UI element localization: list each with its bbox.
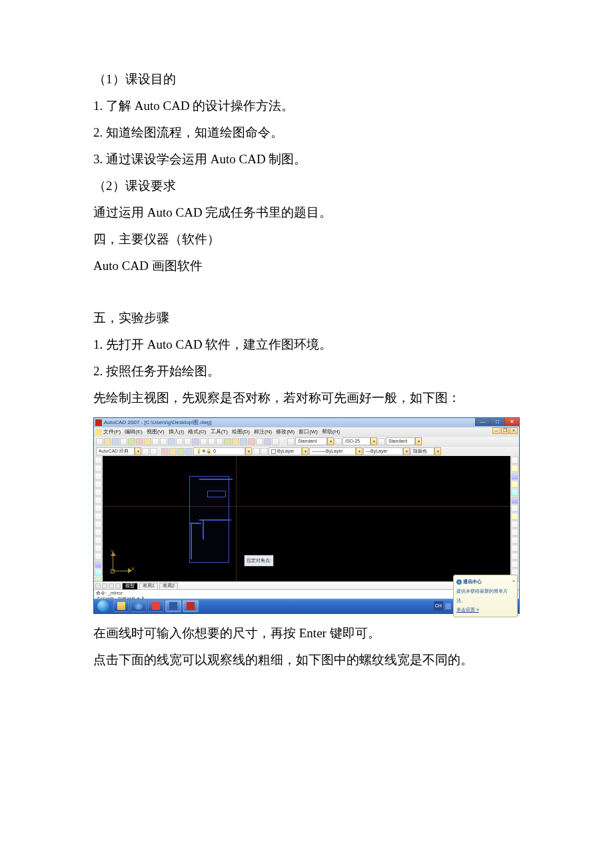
menu-insert[interactable]: 插入(I) <box>169 427 185 437</box>
plot-preview-icon[interactable] <box>128 438 135 445</box>
tab-last-icon[interactable] <box>115 583 121 589</box>
dropdown-arrow-icon[interactable]: ▾ <box>370 437 377 445</box>
trim-icon[interactable] <box>511 529 518 536</box>
revcloud-icon[interactable] <box>95 513 102 520</box>
hatch-icon[interactable] <box>95 569 102 576</box>
drawing-canvas[interactable]: 指定对角点: Y X <box>103 456 510 581</box>
menu-modify[interactable]: 修改(M) <box>276 427 295 437</box>
dropdown-arrow-icon[interactable]: ▾ <box>245 447 252 455</box>
color-icon[interactable] <box>261 448 268 455</box>
undo-icon[interactable] <box>176 438 183 445</box>
mdi-close[interactable]: × <box>510 427 518 434</box>
zoom-prev-icon[interactable] <box>216 438 223 445</box>
menu-edit[interactable]: 编辑(E) <box>125 427 143 437</box>
move-icon[interactable] <box>511 497 518 504</box>
pan-icon[interactable] <box>192 438 199 445</box>
tab-first-icon[interactable] <box>95 583 101 589</box>
layer-prev-icon[interactable] <box>185 448 193 455</box>
extend-icon[interactable] <box>511 537 518 544</box>
notification-close-icon[interactable]: × <box>512 577 515 586</box>
start-button[interactable] <box>94 599 113 613</box>
taskbar-word[interactable] <box>165 600 181 612</box>
copy-obj-icon[interactable] <box>511 465 518 472</box>
dropdown-arrow-icon[interactable]: ▾ <box>434 447 441 455</box>
notification-link[interactable]: 单击设置 » <box>456 605 514 615</box>
layer-prop-icon[interactable] <box>150 448 157 455</box>
layer-iso-icon[interactable] <box>177 448 185 455</box>
save-icon[interactable] <box>112 438 119 445</box>
break-icon[interactable] <box>511 553 518 560</box>
tab-prev-icon[interactable] <box>102 583 107 589</box>
menu-file[interactable]: 文件(F) <box>103 427 121 437</box>
mirror-icon[interactable] <box>511 473 518 480</box>
help-icon[interactable] <box>272 438 279 445</box>
zoom-rt-icon[interactable] <box>200 438 207 445</box>
scale-icon[interactable] <box>511 513 518 520</box>
copy-icon[interactable] <box>152 438 159 445</box>
mdi-restore[interactable]: ❐ <box>501 427 509 434</box>
menu-view[interactable]: 视图(V) <box>147 427 165 437</box>
taskbar-qq[interactable] <box>148 600 164 612</box>
join-icon[interactable] <box>511 561 518 568</box>
match-prop-icon[interactable] <box>168 438 175 445</box>
dropdown-arrow-icon[interactable]: ▾ <box>415 437 422 445</box>
arc-icon[interactable] <box>95 497 102 504</box>
cut-icon[interactable] <box>144 438 151 445</box>
point-icon[interactable] <box>95 561 102 568</box>
dcenter-icon[interactable] <box>232 438 239 445</box>
tab-layout2[interactable]: 布局2 <box>159 583 178 589</box>
dropdown-arrow-icon[interactable]: ▾ <box>403 447 410 455</box>
tray-flag-icon[interactable] <box>445 603 451 609</box>
menu-format[interactable]: 格式(O) <box>188 427 207 437</box>
tablestyle-icon[interactable] <box>378 438 385 445</box>
linetype-dropdown[interactable]: ——— ByLayer <box>309 447 356 455</box>
language-indicator[interactable]: CH <box>434 601 443 611</box>
dimstyle-dropdown[interactable]: ISO-25 <box>342 437 370 445</box>
tablestyle-dropdown[interactable]: Standard <box>386 437 415 445</box>
textstyle-icon[interactable] <box>287 438 295 445</box>
menu-draw[interactable]: 绘图(D) <box>232 427 250 437</box>
spline-icon[interactable] <box>95 521 102 528</box>
workspace-settings-icon[interactable] <box>142 448 149 455</box>
ellipse-icon[interactable] <box>95 529 102 536</box>
layer-state-icon[interactable] <box>169 448 177 455</box>
stretch-icon[interactable] <box>511 521 518 528</box>
offset-icon[interactable] <box>511 481 518 488</box>
sheetset-icon[interactable] <box>248 438 255 445</box>
dimstyle-icon[interactable] <box>334 438 342 445</box>
dropdown-arrow-icon[interactable]: ▾ <box>356 447 362 455</box>
redo-icon[interactable] <box>184 438 191 445</box>
menu-tools[interactable]: 工具(T) <box>211 427 228 437</box>
tab-next-icon[interactable] <box>109 583 114 589</box>
new-icon[interactable] <box>96 438 103 445</box>
menu-window[interactable]: 窗口(W) <box>299 427 318 437</box>
zoom-win-icon[interactable] <box>208 438 215 445</box>
layer-dropdown[interactable]: 💡❄🔒 0 <box>193 447 245 455</box>
textstyle-dropdown[interactable]: Standard <box>295 437 327 445</box>
workspace-dropdown[interactable]: AutoCAD 经典 <box>96 447 135 455</box>
minimize-button[interactable]: — <box>475 418 490 426</box>
properties-icon[interactable] <box>224 438 231 445</box>
tab-layout1[interactable]: 布局1 <box>139 583 158 589</box>
lineweight-dropdown[interactable]: — ByLayer <box>363 447 403 455</box>
dropdown-arrow-icon[interactable]: ▾ <box>302 447 308 455</box>
close-button[interactable]: ✕ <box>504 418 519 426</box>
dropdown-arrow-icon[interactable]: ▾ <box>135 447 141 455</box>
rotate-icon[interactable] <box>511 505 518 512</box>
mdi-minimize[interactable]: – <box>492 427 500 434</box>
open-icon[interactable] <box>104 438 111 445</box>
pline-icon[interactable] <box>95 473 102 480</box>
taskbar-ie[interactable] <box>131 600 147 612</box>
xline-icon[interactable] <box>95 465 102 472</box>
publish-icon[interactable] <box>136 438 143 445</box>
paste-icon[interactable] <box>160 438 167 445</box>
make-block-icon[interactable] <box>95 553 102 560</box>
layer-tool-icon[interactable] <box>253 448 260 455</box>
taskbar-explorer[interactable] <box>113 600 129 612</box>
plotstyle-dropdown[interactable]: 随颜色 <box>410 447 434 455</box>
toolpalette-icon[interactable] <box>240 438 247 445</box>
break-point-icon[interactable] <box>511 545 518 552</box>
menu-help[interactable]: 帮助(H) <box>322 427 340 437</box>
polygon-icon[interactable] <box>95 481 102 488</box>
circle-icon[interactable] <box>95 505 102 512</box>
